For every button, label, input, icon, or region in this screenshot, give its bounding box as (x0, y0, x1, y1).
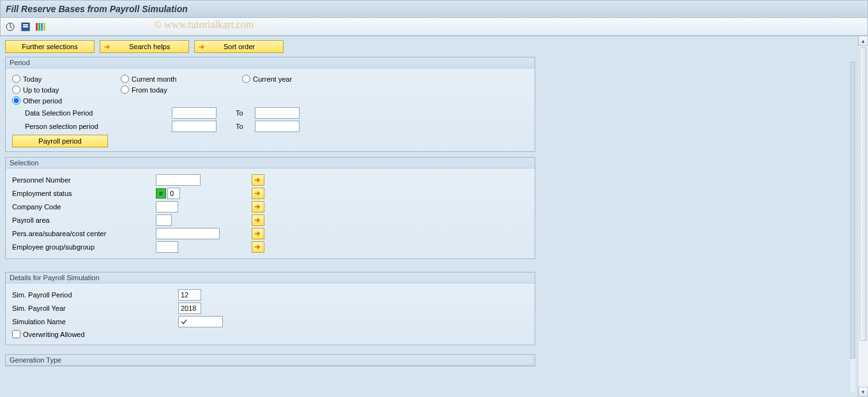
payroll-area-label: Payroll area (12, 216, 156, 224)
svg-rect-3 (23, 26, 28, 27)
person-selection-period-label: Person selection period (12, 123, 172, 130)
arrow-right-icon: ➜ (199, 43, 204, 51)
radio-today-label: Today (23, 75, 42, 83)
search-helps-label: Search helps (129, 43, 170, 50)
radio-today[interactable]: Today (12, 75, 121, 83)
radio-from-today[interactable]: From today (121, 86, 242, 94)
generation-type-title: Generation Type (6, 355, 535, 366)
radio-current-month[interactable]: Current month (121, 75, 242, 83)
personnel-number-input[interactable] (156, 174, 201, 186)
scroll-down-button[interactable]: ▾ (858, 387, 868, 397)
selection-group: Selection Personnel Number Employment st… (5, 157, 535, 259)
inner-scrollbar[interactable] (850, 62, 855, 392)
scroll-up-button[interactable]: ▴ (858, 36, 868, 46)
personnel-number-label: Personnel Number (12, 176, 156, 184)
data-selection-from-input[interactable] (172, 107, 217, 119)
radio-other-period-label: Other period (23, 97, 62, 105)
further-selections-button[interactable]: Further selections (5, 40, 95, 53)
employee-group-input[interactable] (156, 241, 178, 253)
company-code-label: Company Code (12, 203, 156, 211)
not-equal-icon[interactable]: ≠ (156, 188, 166, 198)
sort-order-label: Sort order (224, 43, 255, 50)
app-toolbar: © www.tutorialkart.com (0, 18, 868, 36)
overwriting-label: Overwriting Allowed (23, 331, 85, 338)
radio-other-period[interactable]: Other period (12, 96, 121, 105)
employee-group-label: Employee group/subgroup (12, 243, 156, 251)
svg-rect-6 (41, 23, 43, 31)
data-selection-period-label: Data Selection Period (12, 109, 172, 117)
personnel-number-multi-button[interactable] (252, 174, 264, 186)
pers-area-multi-button[interactable] (252, 228, 264, 239)
arrow-right-icon: ➜ (104, 43, 110, 51)
main-content: Further selections ➜ Search helps ➜ Sort… (0, 36, 868, 397)
overwriting-checkbox[interactable] (12, 330, 20, 338)
search-helps-button[interactable]: ➜ Search helps (100, 40, 189, 53)
radio-current-year[interactable]: Current year (242, 75, 344, 83)
required-check-icon (181, 318, 187, 325)
radio-up-to-today-label: Up to today (23, 86, 59, 94)
payroll-area-input[interactable] (156, 214, 172, 226)
sim-year-label: Sim. Payroll Year (12, 304, 178, 312)
sim-period-label: Sim. Payroll Period (12, 291, 178, 299)
selection-group-title: Selection (6, 158, 535, 169)
sort-order-button[interactable]: ➜ Sort order (194, 40, 284, 53)
radio-from-today-label: From today (132, 86, 167, 94)
radio-current-year-label: Current year (253, 75, 292, 83)
window-titlebar: Fill Reserve Bases from Payroll Simulati… (0, 0, 868, 18)
svg-rect-2 (23, 24, 28, 26)
data-selection-to-input[interactable] (255, 107, 300, 119)
pers-area-input[interactable] (156, 228, 220, 239)
svg-rect-5 (38, 23, 40, 31)
payroll-area-multi-button[interactable] (252, 214, 264, 226)
svg-rect-7 (43, 23, 45, 31)
sim-year-input[interactable] (178, 303, 201, 314)
further-selections-label: Further selections (22, 43, 77, 50)
radio-current-month-label: Current month (132, 75, 176, 83)
company-code-multi-button[interactable] (252, 201, 264, 213)
details-group: Details for Payroll Simulation Sim. Payr… (5, 272, 535, 345)
details-group-title: Details for Payroll Simulation (6, 273, 535, 283)
to-label-1: To (217, 109, 255, 117)
pers-area-label: Pers.area/subarea/cost center (12, 230, 156, 237)
person-selection-from-input[interactable] (172, 121, 217, 132)
period-group: Period Today Current month Current year … (5, 57, 535, 152)
payroll-period-button[interactable]: Payroll period (12, 135, 108, 147)
payroll-period-label: Payroll period (38, 137, 81, 145)
period-group-title: Period (6, 57, 535, 68)
svg-rect-4 (36, 23, 38, 31)
sim-name-label: Simulation Name (12, 318, 178, 326)
employee-group-multi-button[interactable] (252, 241, 264, 253)
watermark-text: © www.tutorialkart.com (154, 19, 254, 31)
company-code-input[interactable] (156, 201, 178, 213)
variant-icon[interactable] (20, 21, 31, 33)
execute-icon[interactable] (4, 21, 16, 33)
generation-type-group: Generation Type (5, 354, 535, 366)
to-label-2: To (217, 123, 255, 130)
selection-buttons-row: Further selections ➜ Search helps ➜ Sort… (5, 40, 863, 53)
employment-status-label: Employment status (12, 190, 156, 197)
radio-up-to-today[interactable]: Up to today (12, 86, 121, 94)
person-selection-to-input[interactable] (255, 121, 300, 132)
inner-scroll-thumb[interactable] (850, 62, 855, 359)
employment-status-multi-button[interactable] (252, 188, 264, 199)
window-scrollbar[interactable]: ▴ ▾ (858, 36, 868, 397)
sim-name-input[interactable] (178, 316, 223, 327)
list-icon[interactable] (35, 21, 47, 33)
page-title: Fill Reserve Bases from Payroll Simulati… (6, 4, 188, 14)
scroll-thumb[interactable] (860, 47, 867, 341)
sim-period-input[interactable] (178, 289, 201, 301)
employment-status-input[interactable] (167, 188, 180, 199)
